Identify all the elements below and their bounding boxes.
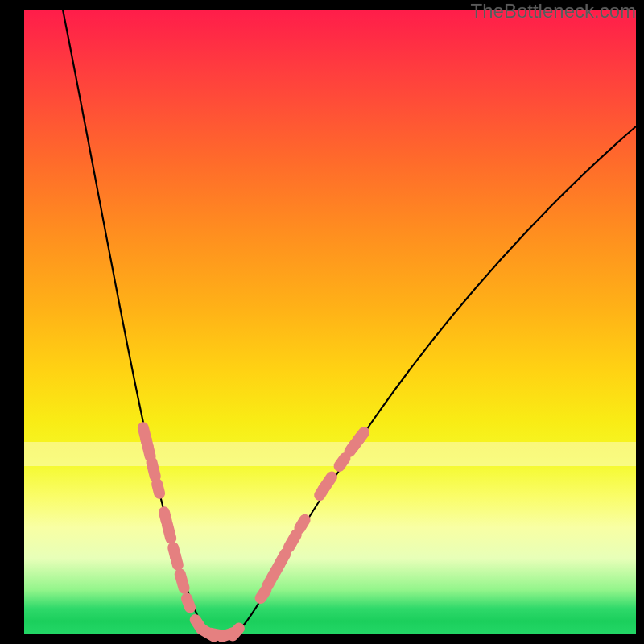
beads-right: [216, 427, 369, 642]
plot-area: [24, 10, 636, 634]
curve-left-group: [61, 2, 219, 634]
chart-stage: TheBottleneck.com: [0, 0, 644, 644]
bead: [181, 592, 196, 613]
bead: [170, 550, 184, 571]
watermark-text: TheBottleneck.com: [471, 0, 636, 23]
curves-layer: [24, 10, 636, 634]
bead: [353, 427, 369, 446]
bead: [175, 568, 190, 593]
bead: [162, 518, 176, 543]
bead: [227, 622, 245, 641]
bead: [294, 514, 310, 534]
curve-left: [61, 2, 219, 634]
bead: [146, 456, 160, 481]
bead: [151, 478, 165, 499]
beads-left: [138, 422, 226, 642]
bead: [318, 472, 337, 495]
